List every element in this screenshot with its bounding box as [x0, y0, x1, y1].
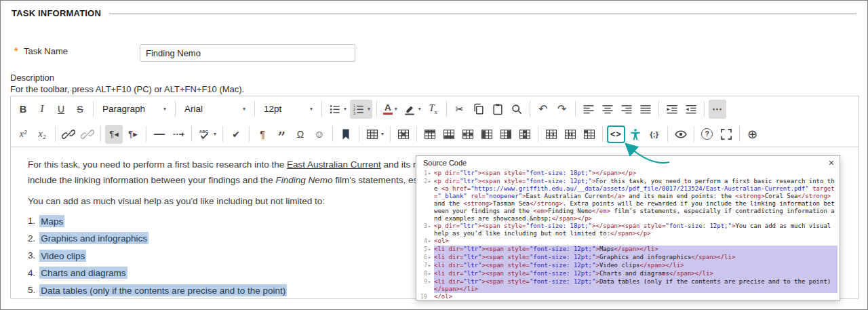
paragraph-format-select[interactable]: Paragraph▾ [98, 100, 171, 119]
source-code-body[interactable]: 1▾<p dir="ltr"><span style="font-size: 1… [416, 168, 840, 300]
fold-caret-icon[interactable]: ▾ [428, 246, 432, 254]
accessibility-checker-button[interactable] [627, 125, 644, 144]
list-number: 1. [28, 216, 35, 226]
insert-button[interactable]: ⊕ [744, 125, 762, 144]
indent-icon [665, 102, 679, 116]
text-color-button[interactable]: A▾ [381, 100, 399, 119]
source-code-line: 8▾<li dir="ltr"><span style="font-size: … [418, 270, 837, 278]
delete-table-button[interactable] [395, 125, 412, 144]
insert-column-after-button[interactable] [497, 125, 515, 144]
fold-caret-icon[interactable]: ▾ [428, 238, 432, 246]
insert-row-below-button[interactable] [440, 125, 458, 144]
strikethrough-button[interactable]: S [71, 100, 89, 119]
line-number: 4 [424, 237, 427, 245]
align-right-button[interactable] [618, 100, 635, 119]
line-gutter: 10 [418, 293, 434, 300]
highlight-color-button[interactable]: ▾ [401, 100, 423, 119]
cell-properties-button[interactable] [580, 125, 598, 144]
insert-column-before-button[interactable] [478, 125, 496, 144]
superscript-button[interactable]: x² [14, 125, 32, 144]
source-code-panel-header: Source Code × [416, 156, 840, 168]
editor-toolbar: BIUSParagraph▾Arial▾12pt▾▾123▾A▾▾Tx✂↶↷⋯ … [11, 96, 859, 147]
content-link[interactable]: East Australian Current [287, 159, 381, 170]
list-item-text: Video clips [39, 250, 86, 262]
show-invisibles-button[interactable]: ¶ [254, 125, 271, 144]
anchor-button[interactable] [337, 125, 355, 144]
fold-caret-icon[interactable]: ▾ [428, 254, 432, 262]
subscript-button[interactable]: x₂ [33, 125, 51, 144]
fold-caret-icon[interactable]: ▾ [428, 170, 432, 178]
toolbar-separator [390, 126, 391, 142]
fold-caret-icon[interactable]: ▾ [428, 271, 432, 278]
align-justify-button[interactable] [637, 100, 654, 119]
toolbar-separator [530, 101, 530, 117]
line-gutter: 8▾ [418, 270, 434, 278]
source-code-line: 9▾<li dir="ltr"><span style="font-size: … [418, 278, 837, 293]
source-code-line: 1▾<p dir="ltr"><span style="font-size: 1… [418, 170, 837, 178]
chevron-down-icon: ▾ [163, 106, 166, 112]
fold-caret-icon[interactable]: ▾ [428, 178, 432, 186]
italic-button[interactable]: I [33, 100, 51, 119]
line-number: 3 [424, 222, 427, 230]
bold-button[interactable]: B [14, 100, 32, 119]
task-name-input[interactable] [140, 44, 355, 62]
redo-button[interactable]: ↷ [553, 100, 571, 119]
rtl-direction-button[interactable]: ¶▸ [124, 125, 142, 144]
preview-button[interactable] [672, 125, 690, 144]
horizontal-rule-button[interactable]: — [151, 125, 168, 144]
insert-row-above-button[interactable] [421, 125, 439, 144]
numbered-list-icon: 123 [352, 102, 366, 116]
insert-link-button[interactable] [60, 125, 77, 144]
numbered-list-button[interactable]: 123▾ [350, 100, 372, 119]
underline-button[interactable]: U [52, 100, 70, 119]
search-button[interactable] [508, 100, 526, 119]
undo-button[interactable]: ↶ [534, 100, 552, 119]
toolbar-separator [416, 126, 417, 142]
source-code-line: 3▾<p dir="ltr"><span style="font-size: 1… [418, 222, 837, 237]
special-character-button[interactable]: Ω [292, 125, 309, 144]
split-cell-button[interactable] [561, 125, 579, 144]
paste-button[interactable] [489, 100, 507, 119]
fold-caret-icon[interactable]: ▾ [428, 263, 432, 270]
code-text: <ol> [434, 237, 837, 246]
merge-cells-button[interactable] [542, 125, 560, 144]
fold-caret-icon[interactable]: ▾ [428, 279, 432, 286]
delete-row-button[interactable] [459, 125, 477, 144]
align-center-button[interactable] [599, 100, 616, 119]
indent-button[interactable] [663, 100, 681, 119]
outdent-button[interactable] [682, 100, 700, 119]
copy-icon [472, 102, 486, 116]
checkmark-button[interactable]: ✔ [227, 125, 245, 144]
remove-link-button[interactable] [79, 125, 96, 144]
table-button[interactable]: ▾ [363, 125, 386, 144]
fullscreen-button[interactable] [717, 125, 735, 144]
page-break-button[interactable] [170, 125, 187, 144]
emoticon-button[interactable]: ☺ [311, 125, 328, 144]
toolbar-separator [376, 101, 377, 117]
code-text: <p dir="ltr"><span style="font-size: 12p… [434, 178, 837, 222]
copy-button[interactable] [470, 100, 488, 119]
ltr-direction-button[interactable]: ¶◂ [105, 125, 123, 144]
font-family-select[interactable]: Arial▾ [180, 100, 250, 119]
spellcheck-button[interactable]: ABC▾ [196, 125, 218, 144]
blockquote-button[interactable]: ” [273, 125, 290, 144]
source-code-button[interactable]: <> [607, 125, 625, 143]
cut-button[interactable]: ✂ [451, 100, 469, 119]
task-name-label: Task Name [24, 46, 68, 56]
delete-column-button[interactable] [516, 125, 534, 144]
chevron-down-icon: ▾ [381, 131, 384, 137]
line-gutter: 5▾ [418, 246, 434, 254]
more-toolbar-button[interactable]: ⋯ [709, 100, 726, 119]
align-justify-icon [639, 102, 652, 116]
fold-caret-icon[interactable]: ▾ [428, 223, 432, 231]
bullet-list-button[interactable]: ▾ [326, 100, 349, 119]
align-left-button[interactable] [580, 100, 597, 119]
font-size-select[interactable]: 12pt▾ [259, 100, 317, 119]
clear-formatting-button[interactable]: Tx [425, 100, 442, 119]
help-button[interactable]: ? [698, 125, 716, 144]
code-sample-button[interactable]: {;} [646, 125, 663, 144]
toolbar-separator [575, 101, 576, 117]
chevron-down-icon: ▾ [310, 106, 313, 112]
content-text: For this task, you need to perform a fir… [28, 159, 287, 170]
close-icon[interactable]: × [829, 159, 834, 166]
